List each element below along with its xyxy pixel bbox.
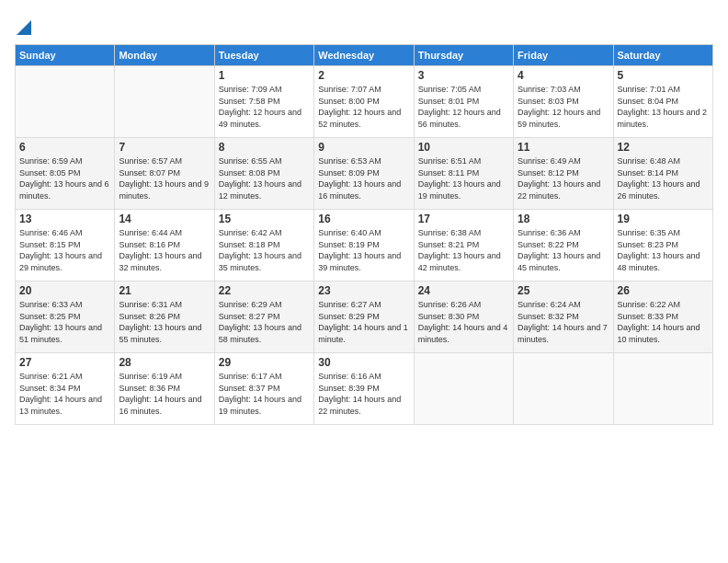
calendar-cell [115, 66, 214, 138]
day-info: Sunrise: 6:55 AMSunset: 8:08 PMDaylight:… [219, 155, 310, 201]
day-number: 9 [318, 141, 409, 154]
day-number: 1 [219, 69, 310, 82]
day-info: Sunrise: 7:03 AMSunset: 8:03 PMDaylight:… [518, 84, 609, 130]
day-info: Sunrise: 6:21 AMSunset: 8:34 PMDaylight:… [19, 371, 110, 417]
day-info: Sunrise: 7:09 AMSunset: 7:58 PMDaylight:… [219, 84, 310, 130]
calendar-cell: 19Sunrise: 6:35 AMSunset: 8:23 PMDayligh… [613, 210, 712, 282]
day-number: 13 [19, 213, 110, 225]
day-number: 22 [219, 284, 310, 297]
day-info: Sunrise: 6:57 AMSunset: 8:07 PMDaylight:… [119, 155, 210, 201]
calendar-cell: 11Sunrise: 6:49 AMSunset: 8:12 PMDayligh… [514, 138, 613, 210]
header-thursday: Thursday [414, 45, 513, 66]
calendar-cell: 7Sunrise: 6:57 AMSunset: 8:07 PMDaylight… [115, 138, 214, 210]
day-number: 10 [418, 141, 509, 154]
calendar-cell [414, 353, 513, 425]
day-info: Sunrise: 6:44 AMSunset: 8:16 PMDaylight:… [119, 227, 210, 273]
day-number: 12 [618, 141, 709, 154]
calendar-cell: 29Sunrise: 6:17 AMSunset: 8:37 PMDayligh… [214, 353, 313, 425]
calendar-cell: 6Sunrise: 6:59 AMSunset: 8:05 PMDaylight… [16, 138, 115, 210]
day-info: Sunrise: 6:59 AMSunset: 8:05 PMDaylight:… [19, 155, 110, 201]
day-info: Sunrise: 6:26 AMSunset: 8:30 PMDaylight:… [418, 299, 509, 345]
header-friday: Friday [514, 45, 613, 66]
day-info: Sunrise: 6:22 AMSunset: 8:33 PMDaylight:… [618, 299, 709, 345]
calendar-cell [514, 353, 613, 425]
calendar-cell: 2Sunrise: 7:07 AMSunset: 8:00 PMDaylight… [314, 66, 414, 138]
day-number: 16 [318, 213, 409, 225]
day-number: 15 [219, 213, 310, 225]
logo-icon [17, 17, 31, 35]
calendar-cell: 12Sunrise: 6:48 AMSunset: 8:14 PMDayligh… [613, 138, 712, 210]
calendar-cell: 16Sunrise: 6:40 AMSunset: 8:19 PMDayligh… [314, 210, 414, 282]
day-info: Sunrise: 6:17 AMSunset: 8:37 PMDaylight:… [219, 371, 310, 417]
page: Sunday Monday Tuesday Wednesday Thursday… [0, 0, 728, 563]
calendar-cell: 3Sunrise: 7:05 AMSunset: 8:01 PMDaylight… [414, 66, 513, 138]
day-number: 18 [518, 213, 609, 225]
calendar-cell: 14Sunrise: 6:44 AMSunset: 8:16 PMDayligh… [115, 210, 214, 282]
day-info: Sunrise: 6:35 AMSunset: 8:23 PMDaylight:… [618, 227, 709, 273]
calendar-cell: 10Sunrise: 6:51 AMSunset: 8:11 PMDayligh… [414, 138, 513, 210]
day-info: Sunrise: 6:51 AMSunset: 8:11 PMDaylight:… [418, 155, 509, 201]
calendar-cell: 30Sunrise: 6:16 AMSunset: 8:39 PMDayligh… [314, 353, 414, 425]
calendar-cell: 15Sunrise: 6:42 AMSunset: 8:18 PMDayligh… [214, 210, 313, 282]
day-info: Sunrise: 6:49 AMSunset: 8:12 PMDaylight:… [518, 155, 609, 201]
day-number: 5 [618, 69, 709, 82]
day-number: 11 [518, 141, 609, 154]
day-info: Sunrise: 6:53 AMSunset: 8:09 PMDaylight:… [318, 155, 409, 201]
header-wednesday: Wednesday [314, 45, 414, 66]
day-info: Sunrise: 7:05 AMSunset: 8:01 PMDaylight:… [418, 84, 509, 130]
calendar-cell: 5Sunrise: 7:01 AMSunset: 8:04 PMDaylight… [613, 66, 712, 138]
day-info: Sunrise: 6:46 AMSunset: 8:15 PMDaylight:… [19, 227, 110, 273]
day-info: Sunrise: 6:19 AMSunset: 8:36 PMDaylight:… [119, 371, 210, 417]
day-number: 28 [119, 356, 210, 369]
day-number: 25 [518, 284, 609, 297]
day-info: Sunrise: 6:27 AMSunset: 8:29 PMDaylight:… [318, 299, 409, 345]
day-info: Sunrise: 6:42 AMSunset: 8:18 PMDaylight:… [219, 227, 310, 273]
calendar-cell: 18Sunrise: 6:36 AMSunset: 8:22 PMDayligh… [514, 210, 613, 282]
day-number: 23 [318, 284, 409, 297]
logo [15, 15, 31, 35]
day-number: 4 [518, 69, 609, 82]
calendar-header-row: Sunday Monday Tuesday Wednesday Thursday… [16, 45, 713, 66]
calendar-cell: 26Sunrise: 6:22 AMSunset: 8:33 PMDayligh… [613, 282, 712, 353]
calendar-cell: 1Sunrise: 7:09 AMSunset: 7:58 PMDaylight… [214, 66, 313, 138]
day-number: 17 [418, 213, 509, 225]
day-number: 29 [219, 356, 310, 369]
day-info: Sunrise: 6:16 AMSunset: 8:39 PMDaylight:… [318, 371, 409, 417]
header [15, 15, 713, 35]
calendar-cell: 4Sunrise: 7:03 AMSunset: 8:03 PMDaylight… [514, 66, 613, 138]
day-number: 27 [19, 356, 110, 369]
calendar-cell: 9Sunrise: 6:53 AMSunset: 8:09 PMDaylight… [314, 138, 414, 210]
day-number: 20 [19, 284, 110, 297]
calendar-table: Sunday Monday Tuesday Wednesday Thursday… [15, 44, 713, 425]
day-number: 7 [119, 141, 210, 154]
calendar-week-row: 13Sunrise: 6:46 AMSunset: 8:15 PMDayligh… [16, 210, 713, 282]
calendar-cell: 25Sunrise: 6:24 AMSunset: 8:32 PMDayligh… [514, 282, 613, 353]
day-info: Sunrise: 7:01 AMSunset: 8:04 PMDaylight:… [618, 84, 709, 130]
day-number: 2 [318, 69, 409, 82]
calendar-cell: 23Sunrise: 6:27 AMSunset: 8:29 PMDayligh… [314, 282, 414, 353]
calendar-cell: 8Sunrise: 6:55 AMSunset: 8:08 PMDaylight… [214, 138, 313, 210]
calendar-cell: 17Sunrise: 6:38 AMSunset: 8:21 PMDayligh… [414, 210, 513, 282]
day-number: 24 [418, 284, 509, 297]
day-info: Sunrise: 6:36 AMSunset: 8:22 PMDaylight:… [518, 227, 609, 273]
day-info: Sunrise: 6:33 AMSunset: 8:25 PMDaylight:… [19, 299, 110, 345]
header-tuesday: Tuesday [214, 45, 313, 66]
calendar-week-row: 20Sunrise: 6:33 AMSunset: 8:25 PMDayligh… [16, 282, 713, 353]
day-number: 14 [119, 213, 210, 225]
header-sunday: Sunday [16, 45, 115, 66]
calendar-cell [613, 353, 712, 425]
day-number: 3 [418, 69, 509, 82]
calendar-cell: 28Sunrise: 6:19 AMSunset: 8:36 PMDayligh… [115, 353, 214, 425]
calendar-cell: 21Sunrise: 6:31 AMSunset: 8:26 PMDayligh… [115, 282, 214, 353]
calendar-cell: 24Sunrise: 6:26 AMSunset: 8:30 PMDayligh… [414, 282, 513, 353]
day-info: Sunrise: 6:40 AMSunset: 8:19 PMDaylight:… [318, 227, 409, 273]
day-info: Sunrise: 7:07 AMSunset: 8:00 PMDaylight:… [318, 84, 409, 130]
calendar-cell: 22Sunrise: 6:29 AMSunset: 8:27 PMDayligh… [214, 282, 313, 353]
calendar-cell: 27Sunrise: 6:21 AMSunset: 8:34 PMDayligh… [16, 353, 115, 425]
day-info: Sunrise: 6:48 AMSunset: 8:14 PMDaylight:… [618, 155, 709, 201]
day-number: 8 [219, 141, 310, 154]
day-info: Sunrise: 6:24 AMSunset: 8:32 PMDaylight:… [518, 299, 609, 345]
day-number: 26 [618, 284, 709, 297]
day-info: Sunrise: 6:31 AMSunset: 8:26 PMDaylight:… [119, 299, 210, 345]
calendar-cell: 20Sunrise: 6:33 AMSunset: 8:25 PMDayligh… [16, 282, 115, 353]
